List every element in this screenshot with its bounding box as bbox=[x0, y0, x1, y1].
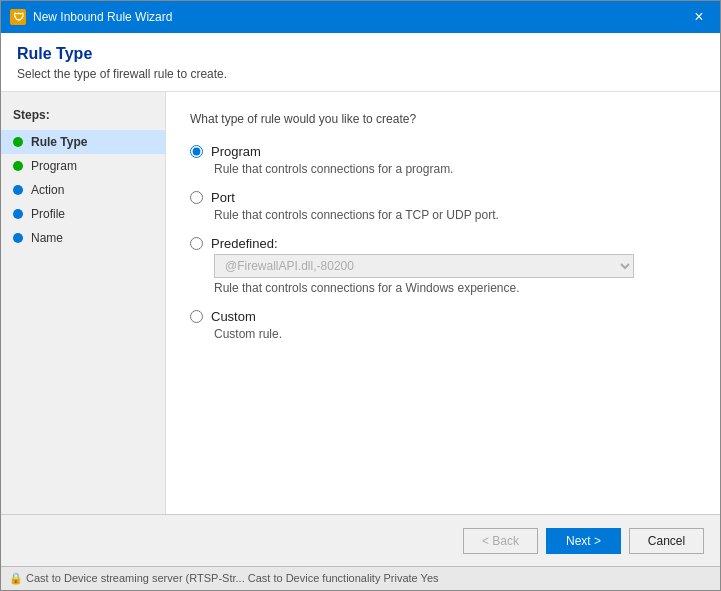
desc-custom: Custom rule. bbox=[214, 327, 696, 341]
header-area: Rule Type Select the type of firewall ru… bbox=[1, 33, 720, 92]
page-subtitle: Select the type of firewall rule to crea… bbox=[17, 67, 704, 81]
sidebar-item-profile[interactable]: Profile bbox=[1, 202, 165, 226]
radio-predefined[interactable] bbox=[190, 237, 203, 250]
desc-program: Rule that controls connections for a pro… bbox=[214, 162, 696, 176]
content-area: Steps: Rule Type Program Action Profile bbox=[1, 92, 720, 514]
dot-name bbox=[13, 233, 23, 243]
label-port[interactable]: Port bbox=[211, 190, 235, 205]
option-program-row: Program bbox=[190, 144, 696, 159]
predefined-dropdown[interactable]: @FirewallAPI.dll,-80200 bbox=[214, 254, 634, 278]
sidebar-item-program[interactable]: Program bbox=[1, 154, 165, 178]
option-port-row: Port bbox=[190, 190, 696, 205]
option-port: Port Rule that controls connections for … bbox=[190, 190, 696, 222]
dot-profile bbox=[13, 209, 23, 219]
option-custom: Custom Custom rule. bbox=[190, 309, 696, 341]
sidebar-label-profile: Profile bbox=[31, 207, 65, 221]
radio-port[interactable] bbox=[190, 191, 203, 204]
sidebar-item-rule-type[interactable]: Rule Type bbox=[1, 130, 165, 154]
svg-text:🛡: 🛡 bbox=[13, 11, 24, 23]
title-bar: 🛡 New Inbound Rule Wizard × bbox=[1, 1, 720, 33]
option-predefined-row: Predefined: bbox=[190, 236, 696, 251]
radio-custom[interactable] bbox=[190, 310, 203, 323]
label-program[interactable]: Program bbox=[211, 144, 261, 159]
back-button[interactable]: < Back bbox=[463, 528, 538, 554]
footer-bar: < Back Next > Cancel bbox=[1, 514, 720, 566]
desc-predefined: Rule that controls connections for a Win… bbox=[214, 281, 696, 295]
window-body: Rule Type Select the type of firewall ru… bbox=[1, 33, 720, 590]
panel-question: What type of rule would you like to crea… bbox=[190, 112, 696, 126]
main-panel: What type of rule would you like to crea… bbox=[166, 92, 720, 514]
sidebar-label-action: Action bbox=[31, 183, 64, 197]
sidebar-label-name: Name bbox=[31, 231, 63, 245]
steps-label: Steps: bbox=[1, 104, 165, 130]
status-text: 🔒 Cast to Device streaming server (RTSP-… bbox=[9, 572, 439, 585]
next-button[interactable]: Next > bbox=[546, 528, 621, 554]
predefined-select-wrapper: @FirewallAPI.dll,-80200 bbox=[214, 254, 696, 278]
sidebar-item-action[interactable]: Action bbox=[1, 178, 165, 202]
dot-action bbox=[13, 185, 23, 195]
dot-program bbox=[13, 161, 23, 171]
window-title: New Inbound Rule Wizard bbox=[33, 10, 686, 24]
sidebar-label-program: Program bbox=[31, 159, 77, 173]
option-predefined: Predefined: @FirewallAPI.dll,-80200 Rule… bbox=[190, 236, 696, 295]
wizard-icon: 🛡 bbox=[9, 8, 27, 26]
label-custom[interactable]: Custom bbox=[211, 309, 256, 324]
sidebar: Steps: Rule Type Program Action Profile bbox=[1, 92, 166, 514]
option-custom-row: Custom bbox=[190, 309, 696, 324]
page-title: Rule Type bbox=[17, 45, 704, 63]
close-button[interactable]: × bbox=[686, 4, 712, 30]
label-predefined[interactable]: Predefined: bbox=[211, 236, 278, 251]
status-bar: 🔒 Cast to Device streaming server (RTSP-… bbox=[1, 566, 720, 590]
cancel-button[interactable]: Cancel bbox=[629, 528, 704, 554]
sidebar-label-rule-type: Rule Type bbox=[31, 135, 87, 149]
radio-program[interactable] bbox=[190, 145, 203, 158]
desc-port: Rule that controls connections for a TCP… bbox=[214, 208, 696, 222]
wizard-window: 🛡 New Inbound Rule Wizard × Rule Type Se… bbox=[0, 0, 721, 591]
dot-rule-type bbox=[13, 137, 23, 147]
sidebar-item-name[interactable]: Name bbox=[1, 226, 165, 250]
option-program: Program Rule that controls connections f… bbox=[190, 144, 696, 176]
